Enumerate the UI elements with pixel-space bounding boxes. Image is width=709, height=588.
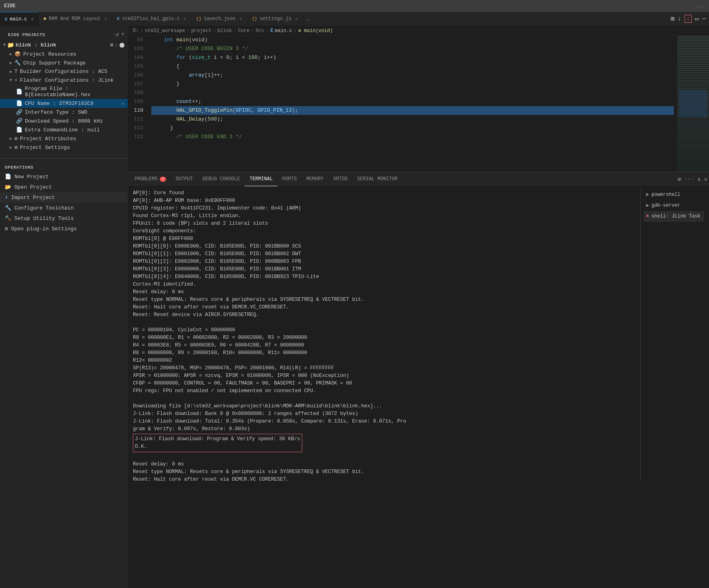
- op-plugin-settings[interactable]: ⚙ Open plug-in Settings: [0, 224, 128, 234]
- bc-icon: T: [14, 68, 18, 75]
- ts-powershell[interactable]: ▶ powershell: [644, 189, 704, 200]
- tab-icon-launch: {}: [196, 16, 201, 21]
- tab-ram-rom[interactable]: ■ RAM And ROM Layout ✕: [39, 12, 112, 26]
- op-configure-label: Configure Toolchain: [14, 205, 74, 211]
- tab-label-main-c: main.c: [10, 16, 27, 22]
- code-line-105: {: [151, 62, 674, 71]
- op-setup-utility-tools[interactable]: 🔨 Setup Utility Tools: [0, 213, 128, 224]
- panel-chevron-up-icon[interactable]: ∧: [697, 176, 701, 183]
- sidebar-item-project-settings[interactable]: ▶ ⚙ Project Settings: [0, 143, 128, 152]
- term-line-11: ROMTbl[0][3]: E0000000, CID: B105E00D, P…: [133, 266, 635, 273]
- panel-tab-debug-console[interactable]: DEBUG CONSOLE: [198, 172, 245, 186]
- op-new-project[interactable]: 📄 New Project: [0, 171, 128, 182]
- eide-projects-title: EIDE PROJECTS: [3, 29, 50, 39]
- bc-blink: blink: [217, 28, 232, 34]
- tab-close-ram-rom[interactable]: ✕: [104, 16, 107, 21]
- panel-tab-memory[interactable]: MEMORY: [301, 172, 328, 186]
- tab-main-c[interactable]: C main.c ✕: [0, 12, 39, 26]
- sidebar-item-cpu-name[interactable]: 📄 CPU Name : STM32F103C8 ✏: [0, 99, 128, 108]
- panel-tab-ports[interactable]: PORTS: [277, 172, 301, 186]
- op-setup-icon: 🔨: [5, 215, 11, 222]
- ec-label: Extra CommandLine : null: [25, 127, 100, 133]
- term-line-7: ROMTbl[0] @ E00FF000: [133, 235, 635, 243]
- sidebar-item-extra-cmd[interactable]: 📄 Extra CommandLine : null: [0, 125, 128, 134]
- code-line-112: }: [151, 124, 674, 133]
- term-line-27: Downloading file [d:\stm32_worksape\proj…: [133, 403, 635, 410]
- term-line-26: FPU regs: FPU not enabled / not implemen…: [133, 387, 635, 395]
- terminal-highlight-box: J-Link: Flash download: Program & Verify…: [133, 434, 302, 452]
- tab-close-main-c[interactable]: ✕: [31, 17, 34, 22]
- toolbar-icon-4[interactable]: ▭: [695, 15, 699, 23]
- toolbar-icon-3[interactable]: ↓: [685, 15, 692, 23]
- panel-tab-terminal[interactable]: TERMINAL: [245, 172, 277, 186]
- ps-icon: ⚙: [14, 144, 18, 151]
- tab-launch-json[interactable]: {} launch.json ✕: [191, 12, 247, 26]
- term-line-blank-3: [133, 453, 635, 461]
- tab-close-settings[interactable]: ✕: [295, 16, 298, 21]
- term-line-6: CoreSight components:: [133, 228, 635, 235]
- sidebar-refresh-icon[interactable]: ↺: [115, 31, 119, 38]
- panel-tab-serial-monitor[interactable]: SERIAL MONITOR: [352, 172, 402, 186]
- op-open-label: Open Project: [14, 184, 52, 190]
- more-button[interactable]: ...: [696, 3, 705, 9]
- code-line-109: count++;: [151, 97, 674, 106]
- panel-close-icon[interactable]: ✕: [704, 176, 707, 183]
- term-line-4: Found Cortex-M3 r1p1, Little endian.: [133, 212, 635, 220]
- xrtos-label: XRTOS: [333, 176, 347, 182]
- panel-tab-xrtos[interactable]: XRTOS: [328, 172, 352, 186]
- term-line-8: ROMTbl[0][0]: E000E000, CID: B105E00D, P…: [133, 243, 635, 250]
- badge-icon-2[interactable]: ↓: [115, 42, 118, 48]
- toolbar-icon-5[interactable]: —: [702, 15, 706, 22]
- code-content[interactable]: int main(void) /* USER CODE BEGIN 3 */ f…: [148, 36, 677, 172]
- sidebar-item-builder[interactable]: ▶ T Builder Configurations : AC5: [0, 67, 128, 76]
- terminal-main[interactable]: AP[0]: Core found AP[0]: AHB-AP ROM base…: [133, 189, 635, 481]
- panel-layout-icon[interactable]: ⊞: [677, 176, 681, 183]
- project-root[interactable]: ▼ 📁 blink : blink ⊞ ↓ ⬤: [0, 40, 128, 50]
- sidebar-item-flasher[interactable]: ▼ ⚡ Flasher Configurations : JLink: [0, 76, 128, 85]
- tab-more-button[interactable]: ⌵: [303, 12, 313, 26]
- term-line-12: ROMTbl[0][4]: E0040000, CID: B105900D, P…: [133, 273, 635, 281]
- toolbar-icon-2[interactable]: ↓: [678, 15, 682, 22]
- op-import-project[interactable]: ⬇ Import Project: [0, 192, 128, 203]
- sidebar-item-chip-support[interactable]: ▶ 🔧 Chip Support Package: [0, 58, 128, 67]
- ts-shell-jlink[interactable]: ✖ shell: JLink Task: [644, 211, 704, 222]
- tab-close-launch[interactable]: ✕: [239, 16, 242, 21]
- tab-overflow-icon: ⌵: [306, 16, 309, 22]
- sidebar-item-project-resources[interactable]: ▶ 📦 Project Resources: [0, 50, 128, 58]
- sidebar-item-download-speed[interactable]: 🔗 Download Speed : 8000 kHz: [0, 117, 128, 125]
- csp-label: Chip Support Package: [23, 60, 86, 66]
- op-open-project[interactable]: 📂 Open Project: [0, 182, 128, 192]
- tab-label-launch: launch.json: [204, 16, 235, 22]
- main-area: EIDE PROJECTS ↺ + ▼ 📁 blink : blink ⊞ ↓ …: [0, 26, 709, 588]
- sidebar-item-program-file[interactable]: 📄 Program File : ${ExecutableName}.hex: [0, 85, 128, 99]
- sidebar-item-interface[interactable]: 🔗 Interface Type : SWD: [0, 108, 128, 117]
- badge-icon-1[interactable]: ⊞: [110, 42, 113, 48]
- sidebar-item-project-attributes[interactable]: ▶ ⚙ Project Attributes: [0, 134, 128, 143]
- term-line-19: R0 = 000000E1, R1 = 00002000, R2 = 00002…: [133, 334, 635, 342]
- tab-stm32-gpio[interactable]: C stm32f1xx_hal_gpio.c ✕: [112, 12, 191, 26]
- bc-src: Src: [256, 28, 265, 34]
- terminal-session-list: ▶ powershell ▶ gdb-server ✖ shell: JLink…: [640, 189, 704, 481]
- cn-edit-icon[interactable]: ✏: [122, 101, 125, 107]
- toolbar-icon-1[interactable]: ⊞: [671, 15, 675, 23]
- term-line-35: Reset: Halt core after reset via DEMCR.V…: [133, 476, 635, 481]
- op-configure-toolchain[interactable]: 🔧 Configure Toolchain: [0, 203, 128, 213]
- tab-close-stm32[interactable]: ✕: [184, 16, 186, 21]
- tab-settings-js[interactable]: {} settings.js ✕: [247, 12, 303, 26]
- title-bar: EIDE ...: [0, 0, 709, 12]
- term-line-16: Reset: Halt core after reset via DEMCR.V…: [133, 304, 635, 311]
- project-root-arrow: ▼: [3, 43, 6, 47]
- terminal-panel: PROBLEMS 3 OUTPUT DEBUG CONSOLE TERMINAL…: [128, 172, 709, 484]
- term-line-34: Reset type NORMAL: Resets core & periphe…: [133, 468, 635, 476]
- code-line-103: /* USER CODE BEGIN 3 */: [151, 44, 674, 53]
- panel-tab-problems[interactable]: PROBLEMS 3: [130, 172, 171, 186]
- code-line-108: [151, 89, 674, 97]
- badge-icon-3[interactable]: ⬤: [119, 42, 125, 48]
- panel-tab-output[interactable]: OUTPUT: [171, 172, 198, 186]
- panel-more-icon[interactable]: ···: [684, 176, 694, 182]
- sidebar-add-icon[interactable]: +: [121, 31, 125, 38]
- term-line-blank-1: [133, 319, 635, 326]
- code-line-107: }: [151, 80, 674, 89]
- operations-title: OPERATIONS: [0, 162, 128, 171]
- ts-gdb-server[interactable]: ▶ gdb-server: [644, 200, 704, 211]
